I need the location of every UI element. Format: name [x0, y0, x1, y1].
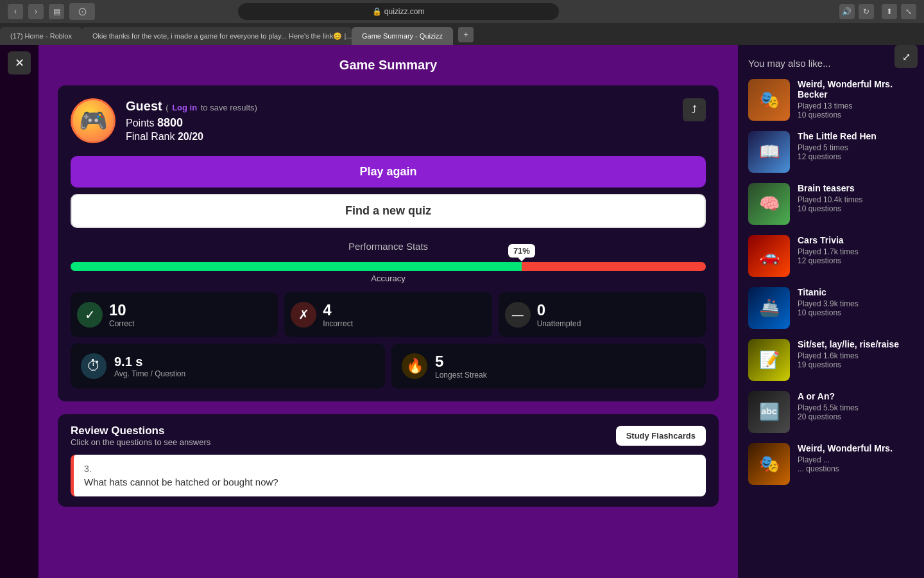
tab-roblox[interactable]: (17) Home - Roblox: [0, 27, 82, 45]
fire-icon: 🔥: [402, 353, 427, 379]
question-preview[interactable]: 3. What hats cannot be hatched or bought…: [71, 455, 706, 496]
sidebar-title: You may also like...: [748, 58, 914, 69]
quiz-name: Cars Trivia: [798, 235, 859, 245]
quiz-questions: 10 questions: [798, 308, 859, 317]
close-button[interactable]: ✕: [8, 51, 31, 74]
quiz-list-item[interactable]: 🔤 A or An? Played 5.5k times 20 question…: [748, 391, 914, 433]
quiz-thumbnail: 🔤: [748, 391, 790, 433]
incorrect-label: Incorrect: [323, 319, 353, 328]
clock-icon: ⏱: [81, 353, 107, 379]
tab-vote[interactable]: Okie thanks for the vote, i made a game …: [82, 27, 352, 45]
quiz-list-item[interactable]: 🧠 Brain teasers Played 10.4k times 10 qu…: [748, 183, 914, 225]
study-flashcards-button[interactable]: Study Flashcards: [616, 426, 706, 446]
accuracy-bar: [71, 262, 706, 271]
stats-grid: ✓ 10 Correct ✗ 4 Incorrect —: [71, 292, 706, 337]
quiz-questions: 19 questions: [798, 360, 899, 369]
tab-game-summary[interactable]: Game Summary - Quizizz: [352, 27, 453, 45]
find-quiz-button[interactable]: Find a new quiz: [71, 194, 706, 228]
review-header: Review Questions Click on the questions …: [71, 425, 706, 447]
fullscreen-button[interactable]: ⤡: [901, 4, 916, 19]
sound-icon[interactable]: 🔊: [839, 4, 855, 19]
streak-stat: 🔥 5 Longest Streak: [391, 344, 706, 389]
back-button[interactable]: ‹: [8, 4, 23, 19]
new-tab-button[interactable]: +: [458, 27, 474, 42]
avg-time-value: 9.1 s: [114, 355, 185, 369]
page-title: Game Summary: [58, 58, 719, 73]
accuracy-tooltip: 71%: [508, 244, 535, 258]
quiz-list-item[interactable]: 🚢 Titanic Played 3.9k times 10 questions: [748, 287, 914, 329]
correct-stat: ✓ 10 Correct: [71, 292, 278, 337]
performance-title: Performance Stats: [71, 241, 706, 252]
unattempted-stat: — 0 Unattempted: [499, 292, 706, 337]
sidebar-toggle[interactable]: ▤: [49, 4, 64, 19]
quiz-played: Played 10.4k times: [798, 195, 862, 204]
points-row: Points 8800: [126, 116, 672, 130]
player-details: Guest ( Log in to save results) Points 8…: [126, 99, 672, 143]
quiz-info: Brain teasers Played 10.4k times 10 ques…: [798, 183, 862, 213]
share-button[interactable]: ⤴: [683, 98, 706, 121]
player-info-row: 🎮 Guest ( Log in to save results) Points…: [71, 98, 706, 143]
forward-button[interactable]: ›: [28, 4, 44, 19]
quiz-name: The Little Red Hen: [798, 131, 877, 141]
quiz-questions: ... questions: [798, 464, 893, 473]
quiz-info: Cars Trivia Played 1.7k times 12 questio…: [798, 235, 859, 265]
review-subtitle: Click on the questions to see answers: [71, 437, 210, 447]
review-header-text: Review Questions Click on the questions …: [71, 425, 210, 447]
streak-value: 5: [435, 353, 487, 371]
quiz-name: Weird, Wonderful Mrs.: [798, 443, 893, 453]
correct-icon: ✓: [77, 302, 103, 328]
quiz-name: Weird, Wonderful Mrs. Becker: [798, 79, 914, 100]
quiz-info: Sit/set, lay/lie, rise/raise Played 1.6k…: [798, 339, 899, 369]
quiz-questions: 10 questions: [798, 110, 914, 119]
reload-button[interactable]: ↻: [859, 4, 874, 19]
correct-count: 10: [109, 301, 134, 319]
quiz-thumbnail: 📖: [748, 131, 790, 173]
quiz-played: Played ...: [798, 455, 893, 464]
quiz-questions: 10 questions: [798, 204, 862, 213]
quiz-name: Sit/set, lay/lie, rise/raise: [798, 339, 899, 349]
log-in-link[interactable]: Log in: [172, 103, 197, 112]
quiz-info: The Little Red Hen Played 5 times 12 que…: [798, 131, 877, 161]
quiz-info: A or An? Played 5.5k times 20 questions: [798, 391, 859, 421]
avatar: 🎮: [71, 98, 116, 143]
quiz-list-item[interactable]: 🚗 Cars Trivia Played 1.7k times 12 quest…: [748, 235, 914, 277]
tabs-bar: (17) Home - Roblox Okie thanks for the v…: [0, 23, 924, 45]
browser-chrome: ‹ › ▤ ⊙ 🔒 quizizz.com 🔊 ↻ ⬆ ⤡ (17) Home …: [0, 0, 924, 45]
share-browser-button[interactable]: ⬆: [882, 4, 897, 19]
page-body: ✕ ⤢ Game Summary 🎮 Guest ( Log in to sav…: [0, 45, 924, 578]
quiz-questions: 12 questions: [798, 256, 859, 265]
quiz-thumbnail: 📝: [748, 339, 790, 381]
quiz-list-item[interactable]: 📝 Sit/set, lay/lie, rise/raise Played 1.…: [748, 339, 914, 381]
rank-row: Final Rank 20/20: [126, 131, 672, 143]
quiz-played: Played 3.9k times: [798, 299, 859, 308]
quiz-list-item[interactable]: 🎭 Weird, Wonderful Mrs. Becker Played 13…: [748, 79, 914, 121]
incorrect-stat: ✗ 4 Incorrect: [284, 292, 492, 337]
quiz-list-item[interactable]: 📖 The Little Red Hen Played 5 times 12 q…: [748, 131, 914, 173]
question-number: 3.: [84, 464, 696, 474]
quiz-played: Played 1.7k times: [798, 247, 859, 256]
quiz-info: Weird, Wonderful Mrs. Becker Played 13 t…: [798, 79, 914, 119]
quiz-thumbnail: 🚢: [748, 287, 790, 329]
quiz-list-item[interactable]: 🎭 Weird, Wonderful Mrs. Played ... ... q…: [748, 443, 914, 485]
quiz-questions: 20 questions: [798, 412, 859, 421]
quiz-thumbnail: 🧠: [748, 183, 790, 225]
play-again-button[interactable]: Play again: [71, 156, 706, 188]
accuracy-label: Accuracy: [71, 274, 706, 283]
quiz-info: Weird, Wonderful Mrs. Played ... ... que…: [798, 443, 893, 473]
quiz-name: Brain teasers: [798, 183, 862, 193]
review-title: Review Questions: [71, 425, 210, 437]
summary-card: 🎮 Guest ( Log in to save results) Points…: [58, 85, 719, 401]
address-bar[interactable]: 🔒 quizizz.com: [238, 3, 559, 20]
avg-time-stat: ⏱ 9.1 s Avg. Time / Question: [71, 344, 385, 389]
browser-top-bar: ‹ › ▤ ⊙ 🔒 quizizz.com 🔊 ↻ ⬆ ⤡: [0, 0, 924, 23]
accuracy-container: 71% Accuracy: [71, 262, 706, 283]
avg-time-label: Avg. Time / Question: [114, 369, 185, 378]
quiz-list: 🎭 Weird, Wonderful Mrs. Becker Played 13…: [748, 79, 914, 485]
left-panel: ✕ ⤢: [0, 45, 38, 578]
unattempted-label: Unattempted: [537, 319, 581, 328]
expand-button[interactable]: ⤢: [894, 45, 918, 68]
bookmark-icon: ⊙: [69, 3, 95, 20]
right-sidebar: You may also like... 🎭 Weird, Wonderful …: [738, 45, 924, 578]
unattempted-icon: —: [505, 302, 531, 328]
accuracy-red-bar: [522, 262, 706, 271]
